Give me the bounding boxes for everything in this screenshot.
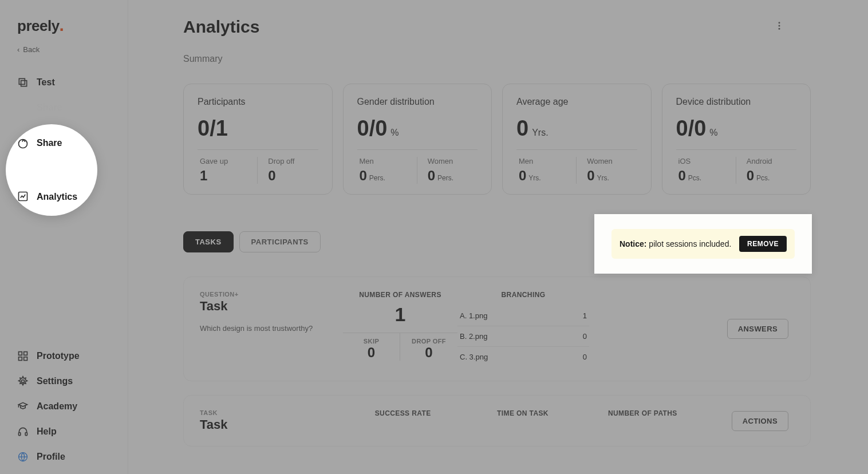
branch-label: C. 3.png xyxy=(460,353,488,361)
sub-label: Men xyxy=(519,157,574,165)
branch-row: A. 1.png1 xyxy=(457,306,589,326)
branch-label: B. 2.png xyxy=(460,332,487,341)
svg-rect-2 xyxy=(19,352,22,356)
paths-column: NUMBER OF PATHS xyxy=(583,409,703,432)
sub-value: 0 xyxy=(268,168,315,184)
tutorial-highlight: Share Analytics xyxy=(6,124,97,216)
success-column: SUCCESS RATE xyxy=(343,409,463,432)
sidebar-item-profile[interactable]: Profile xyxy=(17,451,116,463)
branch-value: 0 xyxy=(583,332,587,341)
sidebar-item-label: Test xyxy=(37,77,55,88)
sidebar-item-prototype[interactable]: Prototype xyxy=(17,350,116,362)
summary-cards: Participants 0/1 Gave up 1 Drop off 0 Ge… xyxy=(183,84,811,195)
sidebar-item-label: Share xyxy=(37,102,62,113)
sub-label: Women xyxy=(428,157,475,165)
svg-rect-3 xyxy=(24,352,27,356)
svg-rect-0 xyxy=(19,78,25,84)
more-menu-button[interactable] xyxy=(771,17,788,34)
column-header: SUCCESS RATE xyxy=(343,409,463,417)
sub-label: Gave up xyxy=(200,157,255,165)
dropoff-value: 0 xyxy=(400,345,457,361)
column-header: NUMBER OF ANSWERS xyxy=(343,291,457,299)
card-participants: Participants 0/1 Gave up 1 Drop off 0 xyxy=(183,84,333,195)
branch-value: 1 xyxy=(583,311,587,320)
sub-value: 0Yrs. xyxy=(587,168,634,184)
svg-rect-4 xyxy=(19,357,22,361)
skip-label: SKIP xyxy=(343,338,400,345)
grid-icon xyxy=(17,350,29,362)
sidebar-item-label: Academy xyxy=(37,401,77,412)
task-question: Which design is most trustworthy? xyxy=(200,324,343,333)
card-gender: Gender distribution 0/0% Men 0Pers. Wome… xyxy=(343,84,492,195)
card-device: Device distribution 0/0% iOS 0Pcs. Andro… xyxy=(662,84,811,195)
sidebar-item-academy[interactable]: Academy xyxy=(17,401,116,412)
sub-value: 0Pcs. xyxy=(678,168,733,184)
back-link[interactable]: ‹ Back xyxy=(17,45,116,54)
tab-participants[interactable]: PARTICIPANTS xyxy=(239,231,321,252)
sub-label: Women xyxy=(587,157,634,165)
analytics-icon xyxy=(17,191,29,202)
globe-icon xyxy=(17,451,29,463)
actions-column: ANSWERS xyxy=(589,291,794,367)
notice-panel: Notice: pilot sessions included. REMOVE xyxy=(594,214,812,274)
task-kind: QUESTION+ xyxy=(200,291,343,298)
sidebar-item-label: Settings xyxy=(37,376,73,386)
sidebar-item-settings[interactable]: Settings xyxy=(17,376,116,387)
nav-bottom: Prototype Settings Academy Help Profile xyxy=(17,350,116,463)
sub-value: 0Yrs. xyxy=(519,168,574,184)
notice-text: Notice: pilot sessions included. xyxy=(620,239,731,248)
page-title: Analytics xyxy=(183,17,811,37)
notice-banner: Notice: pilot sessions included. REMOVE xyxy=(611,229,795,259)
task-panel-question: QUESTION+ Task Which design is most trus… xyxy=(183,276,811,381)
column-header: TIME ON TASK xyxy=(463,409,582,417)
sub-value: 0Pcs. xyxy=(747,168,794,184)
svg-rect-1 xyxy=(21,81,27,86)
remove-button[interactable]: REMOVE xyxy=(739,236,787,252)
branch-row: C. 3.png0 xyxy=(457,347,589,367)
branch-label: A. 1.png xyxy=(460,311,487,320)
svg-rect-7 xyxy=(19,433,21,436)
svg-point-11 xyxy=(779,25,780,27)
tab-tasks[interactable]: TASKS xyxy=(183,231,234,252)
skip-value: 0 xyxy=(343,345,400,361)
task-panel-task: TASK Task SUCCESS RATE TIME ON TASK NUMB… xyxy=(183,395,811,447)
card-value: 0/0% xyxy=(357,117,478,139)
sidebar-item-label: Prototype xyxy=(37,351,80,361)
svg-rect-8 xyxy=(25,433,27,436)
academy-icon xyxy=(17,401,29,412)
card-value: 0Yrs. xyxy=(516,117,637,139)
summary-label: Summary xyxy=(183,54,811,64)
column-header: BRANCHING xyxy=(457,291,589,299)
chevron-left-icon: ‹ xyxy=(17,45,19,54)
actions-column: ACTIONS xyxy=(703,409,794,432)
sidebar-item-label: Share xyxy=(37,138,62,148)
branch-row: B. 2.png0 xyxy=(457,326,589,347)
dropoff-label: DROP OFF xyxy=(400,338,457,345)
back-label: Back xyxy=(23,45,40,54)
svg-point-6 xyxy=(22,380,25,383)
sub-label: iOS xyxy=(678,157,733,165)
card-value: 0/0% xyxy=(676,117,797,139)
sub-label: Drop off xyxy=(268,157,315,165)
answers-button[interactable]: ANSWERS xyxy=(727,319,788,339)
card-age: Average age 0Yrs. Men 0Yrs. Women 0Yrs. xyxy=(502,84,652,195)
card-title: Device distribution xyxy=(676,97,797,107)
answers-value: 1 xyxy=(343,303,457,326)
answers-column: NUMBER OF ANSWERS 1 SKIP 0 DROP OFF 0 xyxy=(343,291,457,367)
time-column: TIME ON TASK xyxy=(463,409,582,432)
logo: preely. xyxy=(17,17,116,35)
headset-icon xyxy=(17,426,29,437)
card-title: Gender distribution xyxy=(357,97,478,107)
sidebar-item-help[interactable]: Help xyxy=(17,426,116,437)
task-title: Task xyxy=(200,299,343,314)
sub-value: 1 xyxy=(200,168,255,184)
sub-value: 0Pers. xyxy=(360,168,415,184)
dots-vertical-icon xyxy=(774,21,784,31)
actions-button[interactable]: ACTIONS xyxy=(732,411,788,431)
branching-column: BRANCHING A. 1.png1 B. 2.png0 C. 3.png0 xyxy=(457,291,589,367)
card-title: Participants xyxy=(198,97,318,107)
sidebar-item-share[interactable]: Share xyxy=(17,102,116,113)
sidebar-item-test[interactable]: Test xyxy=(17,77,116,88)
card-value: 0/1 xyxy=(198,117,318,139)
share-icon xyxy=(17,102,29,113)
